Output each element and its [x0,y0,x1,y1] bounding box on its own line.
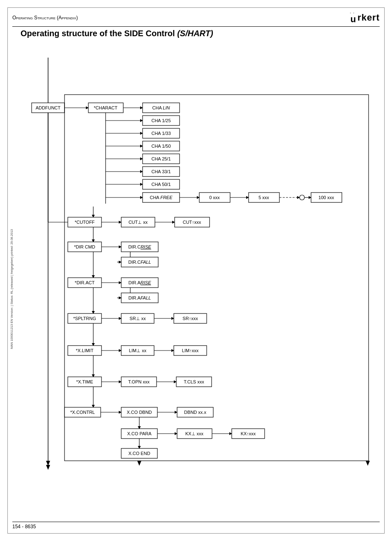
addfunct-label: ADDFUNCT [36,105,61,110]
cha-251-label: CHA 25/1 [151,156,171,161]
charact-label: *CHARACT [94,105,118,110]
kx-low-label: KX⊥ xxx [185,431,204,436]
dir-cmd-label: *DIR CMD [74,244,95,249]
dir-afall-label: DIR.AFALL [129,295,151,300]
x-co-para-label: X.CO PARA [127,431,152,436]
dir-arise-label: DIR.ARISE [128,280,151,285]
t-cls-label: T.CLS xxx [184,379,204,384]
cut-xxx-label: CUT↑xxx [183,220,201,225]
dir-crise-label: DIR.CRISE [128,244,151,249]
val-5-label: 5 xxx [258,195,269,200]
dir-act-label: *DIR.ACT [75,280,95,285]
svg-point-27 [300,195,304,200]
cha-133-label: CHA 1/33 [151,131,171,136]
x-co-end-label: X.CO END [128,451,150,456]
header-title: Operating Structure (Appendix) [12,15,78,21]
page-number: 154 - 8635 [12,524,36,529]
lim-xxx-label: LIM↑xxx [182,348,199,353]
cha-150-label: CHA 1/50 [151,144,171,149]
page-header: Operating Structure (Appendix) ·· u rker… [12,12,380,27]
svg-marker-88 [137,461,141,466]
burkert-logo: ·· u rkert [350,12,380,24]
main-title: Operating structure of the SIDE Control … [21,29,213,38]
t-opn-label: T.OPN xxx [128,379,150,384]
spltrng-label: *SPLTRNG [73,316,96,321]
cha-501-label: CHA 50/1 [151,182,171,187]
cha-125-label: CHA 1/25 [151,118,171,123]
diagram-svg: ADDFUNCT *CHARACT CHA LIN CHA 1/25 CHA 1… [21,53,380,498]
svg-marker-89 [366,461,370,466]
cha-free-label: CHA FREE [150,195,173,200]
cha-331-label: CHA 33/1 [151,169,171,174]
kx-high-label: KX↑xxx [241,431,256,436]
svg-rect-30 [65,95,369,461]
val-100-label: 100 xxx [318,195,334,200]
cha-lin-label: CHA LIN [152,105,170,110]
x-limit-label: *X.LIMIT [76,348,94,353]
sidebar-text: MAN 1000011213 EN Version: | Status: RL … [8,62,15,516]
x-time-label: *X.TIME [76,379,93,384]
dir-cfall-label: DIR.CFALL [128,260,151,265]
lim-xx-label: LIM⊥ xx [129,348,147,353]
x-co-dbnd-label: X.CO DBND [127,410,152,415]
sr-xx-label: SR⊥ xx [129,316,146,321]
dbnd-xx-label: DBND xx.x [184,410,206,415]
cut-xx-label: CUT⊥ xx [129,220,148,225]
x-contrl-label: *X.CONTRL [70,410,95,415]
page-footer: 154 - 8635 [12,522,380,529]
val-0-label: 0 xxx [209,195,220,200]
diagram-container: ADDFUNCT *CHARACT CHA LIN CHA 1/25 CHA 1… [21,53,380,498]
cutoff-label: *CUTOFF [75,220,95,225]
sr-xxx-label: SR↑xxx [182,316,198,321]
